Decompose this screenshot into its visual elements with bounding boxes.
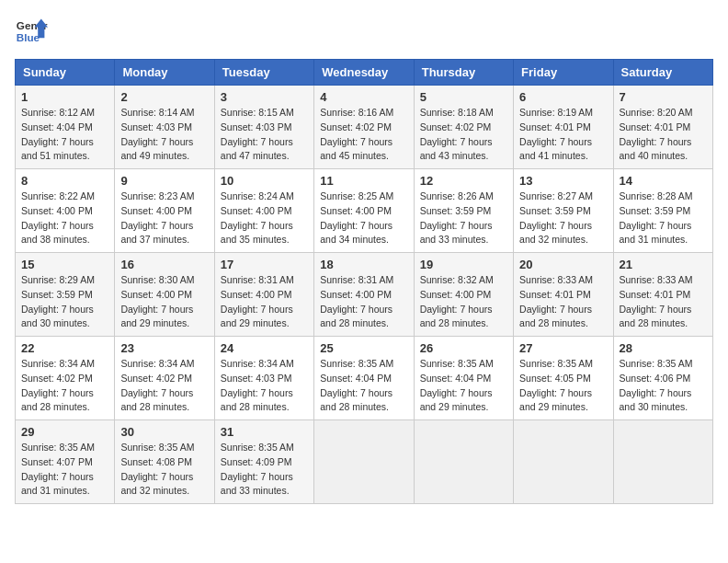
sunrise-label: Sunrise: 8:15 AM	[221, 107, 294, 118]
sunset-label: Sunset: 4:01 PM	[620, 121, 691, 132]
sunrise-label: Sunrise: 8:33 AM	[620, 274, 693, 285]
day-info: Sunrise: 8:34 AM Sunset: 4:02 PM Dayligh…	[120, 357, 208, 415]
sunset-label: Sunset: 4:02 PM	[320, 121, 392, 132]
daylight-label: Daylight: 7 hours and 34 minutes.	[320, 220, 392, 246]
empty-cell	[613, 420, 712, 504]
sunset-label: Sunset: 4:00 PM	[21, 205, 93, 216]
weekday-header: Tuesday	[214, 60, 313, 86]
day-info: Sunrise: 8:35 AM Sunset: 4:05 PM Dayligh…	[519, 357, 607, 415]
sunset-label: Sunset: 3:59 PM	[420, 205, 492, 216]
sunrise-label: Sunrise: 8:31 AM	[221, 274, 294, 285]
calendar-day-cell: 14 Sunrise: 8:28 AM Sunset: 3:59 PM Dayl…	[613, 169, 712, 253]
day-number: 30	[120, 425, 208, 439]
day-info: Sunrise: 8:19 AM Sunset: 4:01 PM Dayligh…	[519, 106, 607, 164]
sunset-label: Sunset: 4:04 PM	[21, 121, 93, 132]
day-number: 4	[320, 90, 407, 104]
day-info: Sunrise: 8:31 AM Sunset: 4:00 PM Dayligh…	[221, 273, 308, 331]
sunrise-label: Sunrise: 8:35 AM	[620, 358, 693, 369]
daylight-label: Daylight: 7 hours and 33 minutes.	[221, 471, 293, 497]
daylight-label: Daylight: 7 hours and 29 minutes.	[519, 387, 592, 413]
calendar-day-cell: 27 Sunrise: 8:35 AM Sunset: 4:05 PM Dayl…	[514, 337, 613, 420]
calendar-day-cell: 2 Sunrise: 8:14 AM Sunset: 4:03 PM Dayli…	[115, 86, 214, 169]
daylight-label: Daylight: 7 hours and 38 minutes.	[21, 220, 94, 246]
sunrise-label: Sunrise: 8:30 AM	[120, 274, 194, 285]
calendar-week-row: 1 Sunrise: 8:12 AM Sunset: 4:04 PM Dayli…	[16, 86, 713, 169]
sunrise-label: Sunrise: 8:28 AM	[620, 190, 693, 201]
day-info: Sunrise: 8:35 AM Sunset: 4:04 PM Dayligh…	[420, 357, 507, 415]
daylight-label: Daylight: 7 hours and 43 minutes.	[420, 136, 493, 162]
logo: General Blue	[15, 15, 48, 48]
sunset-label: Sunset: 3:59 PM	[519, 205, 591, 216]
weekday-header: Monday	[115, 60, 214, 86]
day-number: 10	[221, 174, 308, 188]
calendar-week-row: 29 Sunrise: 8:35 AM Sunset: 4:07 PM Dayl…	[16, 420, 713, 504]
day-info: Sunrise: 8:15 AM Sunset: 4:03 PM Dayligh…	[221, 106, 308, 164]
daylight-label: Daylight: 7 hours and 31 minutes.	[21, 471, 94, 497]
calendar-day-cell: 15 Sunrise: 8:29 AM Sunset: 3:59 PM Dayl…	[16, 253, 115, 337]
daylight-label: Daylight: 7 hours and 28 minutes.	[21, 387, 94, 413]
day-info: Sunrise: 8:35 AM Sunset: 4:09 PM Dayligh…	[221, 441, 308, 499]
daylight-label: Daylight: 7 hours and 41 minutes.	[519, 136, 592, 162]
sunrise-label: Sunrise: 8:25 AM	[320, 190, 393, 201]
sunrise-label: Sunrise: 8:22 AM	[21, 190, 95, 201]
weekday-header: Saturday	[613, 60, 712, 86]
day-info: Sunrise: 8:28 AM Sunset: 3:59 PM Dayligh…	[620, 190, 707, 247]
sunrise-label: Sunrise: 8:35 AM	[519, 358, 593, 369]
day-number: 5	[420, 90, 507, 104]
sunrise-label: Sunrise: 8:34 AM	[21, 358, 95, 369]
calendar-day-cell: 21 Sunrise: 8:33 AM Sunset: 4:01 PM Dayl…	[613, 253, 712, 337]
daylight-label: Daylight: 7 hours and 33 minutes.	[420, 220, 493, 246]
day-number: 9	[120, 174, 208, 188]
sunrise-label: Sunrise: 8:32 AM	[420, 274, 494, 285]
sunset-label: Sunset: 4:09 PM	[221, 456, 292, 467]
empty-cell	[414, 420, 513, 504]
calendar-day-cell: 18 Sunrise: 8:31 AM Sunset: 4:00 PM Dayl…	[314, 253, 414, 337]
calendar-week-row: 22 Sunrise: 8:34 AM Sunset: 4:02 PM Dayl…	[16, 337, 713, 420]
calendar-day-cell: 26 Sunrise: 8:35 AM Sunset: 4:04 PM Dayl…	[414, 337, 513, 420]
calendar-header: SundayMondayTuesdayWednesdayThursdayFrid…	[16, 60, 713, 86]
day-number: 28	[620, 341, 707, 355]
calendar-day-cell: 9 Sunrise: 8:23 AM Sunset: 4:00 PM Dayli…	[115, 169, 214, 253]
sunset-label: Sunset: 4:04 PM	[320, 373, 392, 384]
sunset-label: Sunset: 4:01 PM	[620, 289, 691, 300]
sunrise-label: Sunrise: 8:18 AM	[420, 107, 494, 118]
sunset-label: Sunset: 4:00 PM	[320, 205, 392, 216]
logo-icon: General Blue	[15, 15, 48, 48]
daylight-label: Daylight: 7 hours and 28 minutes.	[320, 304, 392, 329]
day-number: 11	[320, 174, 407, 188]
day-number: 25	[320, 341, 407, 355]
calendar-day-cell: 3 Sunrise: 8:15 AM Sunset: 4:03 PM Dayli…	[214, 86, 313, 169]
daylight-label: Daylight: 7 hours and 32 minutes.	[519, 220, 592, 246]
sunset-label: Sunset: 4:02 PM	[21, 373, 93, 384]
day-info: Sunrise: 8:18 AM Sunset: 4:02 PM Dayligh…	[420, 106, 507, 164]
calendar-table: SundayMondayTuesdayWednesdayThursdayFrid…	[15, 59, 713, 504]
day-number: 18	[320, 258, 407, 271]
day-info: Sunrise: 8:35 AM Sunset: 4:04 PM Dayligh…	[320, 357, 407, 415]
sunrise-label: Sunrise: 8:24 AM	[221, 190, 294, 201]
day-info: Sunrise: 8:29 AM Sunset: 3:59 PM Dayligh…	[21, 273, 108, 331]
sunrise-label: Sunrise: 8:23 AM	[120, 190, 194, 201]
sunrise-label: Sunrise: 8:31 AM	[320, 274, 393, 285]
day-info: Sunrise: 8:33 AM Sunset: 4:01 PM Dayligh…	[519, 273, 607, 331]
sunset-label: Sunset: 4:08 PM	[120, 456, 192, 467]
calendar-day-cell: 11 Sunrise: 8:25 AM Sunset: 4:00 PM Dayl…	[314, 169, 414, 253]
day-number: 12	[420, 174, 507, 188]
day-info: Sunrise: 8:35 AM Sunset: 4:08 PM Dayligh…	[120, 441, 208, 499]
sunrise-label: Sunrise: 8:29 AM	[21, 274, 95, 285]
daylight-label: Daylight: 7 hours and 37 minutes.	[120, 220, 193, 246]
calendar-week-row: 15 Sunrise: 8:29 AM Sunset: 3:59 PM Dayl…	[16, 253, 713, 337]
sunrise-label: Sunrise: 8:34 AM	[221, 358, 294, 369]
day-info: Sunrise: 8:32 AM Sunset: 4:00 PM Dayligh…	[420, 273, 507, 331]
day-info: Sunrise: 8:20 AM Sunset: 4:01 PM Dayligh…	[620, 106, 707, 164]
sunset-label: Sunset: 4:03 PM	[120, 121, 192, 132]
day-number: 31	[221, 425, 308, 439]
day-number: 21	[620, 258, 707, 271]
sunset-label: Sunset: 4:00 PM	[320, 289, 392, 300]
calendar-day-cell: 20 Sunrise: 8:33 AM Sunset: 4:01 PM Dayl…	[514, 253, 613, 337]
calendar-day-cell: 5 Sunrise: 8:18 AM Sunset: 4:02 PM Dayli…	[414, 86, 513, 169]
day-info: Sunrise: 8:27 AM Sunset: 3:59 PM Dayligh…	[519, 190, 607, 247]
daylight-label: Daylight: 7 hours and 29 minutes.	[120, 304, 193, 329]
calendar-day-cell: 28 Sunrise: 8:35 AM Sunset: 4:06 PM Dayl…	[613, 337, 712, 420]
daylight-label: Daylight: 7 hours and 28 minutes.	[420, 304, 493, 329]
day-number: 14	[620, 174, 707, 188]
